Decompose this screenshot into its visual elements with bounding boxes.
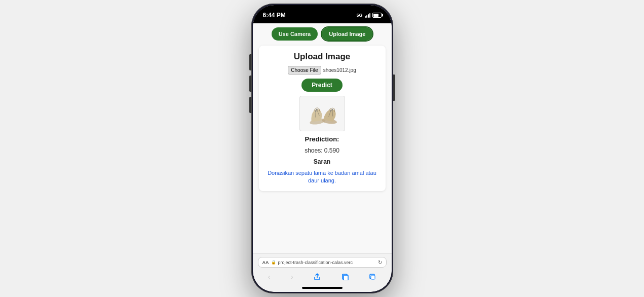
upload-image-button[interactable]: Upload Image xyxy=(322,27,372,41)
use-camera-button[interactable]: Use Camera xyxy=(272,27,318,41)
home-indicator xyxy=(253,285,392,292)
bookmarks-button[interactable] xyxy=(338,272,352,281)
content-card: Upload Image Choose File shoes1012.jpg P… xyxy=(259,46,386,191)
forward-button[interactable]: › xyxy=(288,272,296,282)
shoe-illustration xyxy=(305,100,340,128)
signal-icon xyxy=(365,13,370,18)
file-name: shoes1012.jpg xyxy=(323,67,356,73)
battery-fill xyxy=(373,14,379,17)
browser-nav: ‹ › xyxy=(258,271,387,283)
card-title: Upload Image xyxy=(294,52,350,62)
screen-content: 6:44 PM 5G xyxy=(253,5,392,292)
share-button[interactable] xyxy=(311,272,324,281)
tabs-icon xyxy=(369,273,376,280)
choose-file-button[interactable]: Choose File xyxy=(288,66,321,75)
saran-text: Donasikan sepatu lama ke badan amal atau… xyxy=(265,169,380,185)
status-time: 6:44 PM xyxy=(263,12,286,19)
file-input-row: Choose File shoes1012.jpg xyxy=(288,66,356,75)
home-bar xyxy=(302,287,343,289)
url-bar: AA 🔒 project-trash-classification-calas.… xyxy=(258,257,387,268)
signal-label: 5G xyxy=(356,13,362,18)
browser-bar: AA 🔒 project-trash-classification-calas.… xyxy=(253,253,392,285)
refresh-icon[interactable]: ↻ xyxy=(378,259,382,265)
share-icon xyxy=(314,273,321,280)
aa-label: AA xyxy=(262,260,269,265)
app-area: Use Camera Upload Image Upload Image Cho… xyxy=(253,23,392,253)
nav-buttons: Use Camera Upload Image xyxy=(259,27,386,41)
status-bar: 6:44 PM 5G xyxy=(253,5,392,23)
bookmarks-icon xyxy=(342,273,349,280)
phone-frame: 6:44 PM 5G xyxy=(251,4,393,293)
svg-rect-13 xyxy=(344,275,348,280)
phone-screen: 6:44 PM 5G xyxy=(253,5,392,292)
saran-title: Saran xyxy=(314,158,330,165)
battery-icon xyxy=(372,13,382,18)
url-text[interactable]: project-trash-classification-calas.verc xyxy=(278,260,376,265)
dynamic-island xyxy=(301,9,342,19)
shoe-image xyxy=(299,96,345,131)
status-icons: 5G xyxy=(356,13,381,18)
predict-button[interactable]: Predict xyxy=(301,79,343,92)
prediction-label: Prediction: xyxy=(305,135,339,143)
lock-icon: 🔒 xyxy=(271,260,276,265)
svg-rect-15 xyxy=(371,275,375,279)
back-button[interactable]: ‹ xyxy=(265,272,274,282)
prediction-value: shoes: 0.590 xyxy=(305,147,339,154)
tabs-button[interactable] xyxy=(366,272,379,281)
